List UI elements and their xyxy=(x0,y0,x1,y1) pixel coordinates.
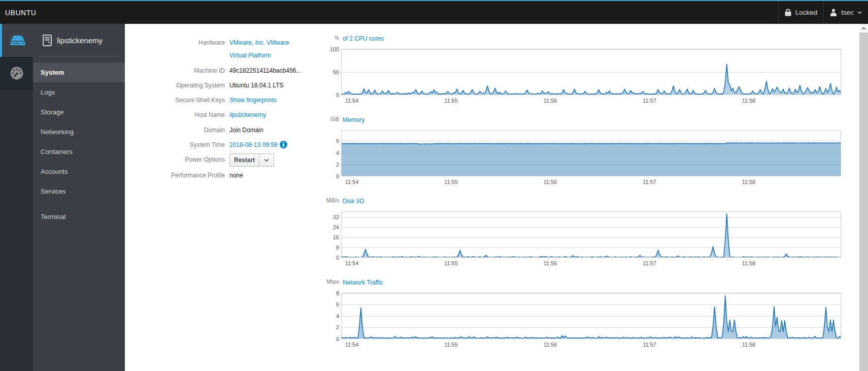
chart-plot-network-traffic xyxy=(341,293,841,339)
domain-action-link[interactable]: Join Domain xyxy=(229,127,263,134)
ytick-network-traffic-8: 8 xyxy=(321,290,339,297)
info-value-performance-profile: none xyxy=(229,169,307,182)
ytick-disk-io-24: 24 xyxy=(321,224,339,231)
power-options-split-button: Restart xyxy=(229,153,274,167)
xtick-network-traffic-1: 11:55 xyxy=(436,341,466,348)
system-time-link[interactable]: 2018-08-13 09:58 xyxy=(229,141,278,148)
chart-title-disk-io[interactable]: Disk I/O xyxy=(343,198,364,205)
sidebar-item-services[interactable]: Services xyxy=(33,181,125,201)
power-options-caret-button[interactable] xyxy=(259,153,274,167)
ytick-disk-io-32: 32 xyxy=(321,213,339,221)
machine-item-selected[interactable] xyxy=(0,24,33,57)
ytick-network-traffic-2: 2 xyxy=(321,324,339,331)
user-icon xyxy=(830,9,837,16)
xtick-memory-1: 11:55 xyxy=(436,178,466,186)
info-value-host-name: lipstickenemy xyxy=(229,109,307,121)
system-info-panel: HardwareVMware, Inc. VMware Virtual Plat… xyxy=(144,37,307,184)
host-icon xyxy=(43,35,52,46)
info-label-secure-shell-keys: Secure Shell Keys xyxy=(144,94,225,107)
locked-label: Locked xyxy=(795,9,818,16)
secure-shell-keys-link[interactable]: Show fingerprints xyxy=(229,97,277,104)
ytick-memory-4: 4 xyxy=(321,149,339,157)
user-name: tsec xyxy=(841,9,854,16)
info-row-power-options: Power OptionsRestart xyxy=(144,153,307,167)
sidebar-item-storage[interactable]: Storage xyxy=(33,102,125,122)
chart-unit-cpu: % xyxy=(323,35,339,41)
sidebar-item-system[interactable]: System xyxy=(33,63,125,82)
info-row-domain: DomainJoin Domain xyxy=(144,124,307,137)
chart-header-memory: GiBMemory xyxy=(341,116,364,127)
hardware-link[interactable]: VMware, Inc. VMware Virtual Platform xyxy=(229,39,289,59)
xtick-cpu-0: 11:54 xyxy=(337,97,367,104)
dashboard-button[interactable] xyxy=(0,57,33,89)
info-label-host-name: Host Name xyxy=(144,109,225,121)
info-icon[interactable] xyxy=(280,141,287,148)
xtick-cpu-4: 11:58 xyxy=(733,97,764,104)
info-label-power-options: Power Options xyxy=(144,153,225,167)
ytick-memory-2: 2 xyxy=(321,161,339,168)
xtick-network-traffic-4: 11:58 xyxy=(733,341,764,348)
chart-network-traffic: MbpsNetwork Traffic0246811:5411:5511:561… xyxy=(341,293,841,371)
dashboard-gauge-icon xyxy=(10,66,24,80)
sidebar-item-logs[interactable]: Logs xyxy=(33,82,125,102)
brand-title: UBUNTU xyxy=(0,9,36,17)
xtick-network-traffic-0: 11:54 xyxy=(337,341,367,348)
sidebar-menu: SystemLogsStorageNetworkingContainersAcc… xyxy=(33,57,125,227)
xtick-disk-io-3: 11:57 xyxy=(635,260,665,267)
xtick-disk-io-4: 11:58 xyxy=(733,260,764,267)
lock-indicator[interactable]: Locked xyxy=(778,1,824,24)
info-value-system-time: 2018-08-13 09:58 xyxy=(229,139,307,151)
sidebar-item-terminal[interactable]: Terminal xyxy=(33,207,125,227)
info-value-machine-id: 49c1822514114bacb456... xyxy=(229,65,307,77)
host-name-link[interactable]: lipstickenemy xyxy=(229,111,266,118)
chart-plot-disk-io xyxy=(341,211,841,258)
chart-unit-disk-io: MiB/s xyxy=(323,198,339,203)
info-row-machine-id: Machine ID49c1822514114bacb456... xyxy=(144,65,307,77)
navbar-right: Locked tsec xyxy=(778,1,868,24)
chart-title-network-traffic[interactable]: Network Traffic xyxy=(343,279,383,286)
info-label-system-time: System Time xyxy=(144,139,225,151)
info-row-secure-shell-keys: Secure Shell KeysShow fingerprints xyxy=(144,94,307,107)
sidebar: lipstickenemy SystemLogsStorageNetworkin… xyxy=(33,24,125,371)
xtick-memory-2: 11:56 xyxy=(535,178,565,186)
chart-header-network-traffic: MbpsNetwork Traffic xyxy=(341,279,383,289)
scroll-up-button[interactable] xyxy=(859,24,868,33)
ytick-disk-io-16: 16 xyxy=(321,234,339,241)
sidebar-item-networking[interactable]: Networking xyxy=(33,122,125,142)
xtick-cpu-1: 11:55 xyxy=(436,97,466,104)
chart-header-disk-io: MiB/sDisk I/O xyxy=(341,198,364,208)
chart-memory: GiBMemory024611:5411:5511:5611:5711:58 xyxy=(341,130,841,211)
sidebar-item-accounts[interactable]: Accounts xyxy=(33,162,125,181)
server-icon xyxy=(9,34,27,47)
chart-title-cpu[interactable]: of 2 CPU cores xyxy=(343,35,384,42)
info-row-operating-system: Operating SystemUbuntu 18.04.1 LTS xyxy=(144,79,307,92)
chart-title-memory[interactable]: Memory xyxy=(343,116,364,123)
info-value-domain: Join Domain xyxy=(229,124,307,137)
xtick-disk-io-1: 11:55 xyxy=(436,260,466,267)
info-label-operating-system: Operating System xyxy=(144,79,225,92)
main-content: HardwareVMware, Inc. VMware Virtual Plat… xyxy=(125,24,859,371)
info-row-performance-profile: Performance Profilenone xyxy=(144,169,307,182)
chart-cpu: %of 2 CPU cores05010011:5411:5511:5611:5… xyxy=(341,49,841,130)
vertical-scrollbar xyxy=(859,24,868,371)
xtick-memory-3: 11:57 xyxy=(635,178,665,186)
lock-icon xyxy=(785,9,791,16)
info-label-machine-id: Machine ID xyxy=(144,65,225,77)
info-label-performance-profile: Performance Profile xyxy=(144,169,225,182)
sidebar-item-containers[interactable]: Containers xyxy=(33,142,125,162)
xtick-memory-4: 11:58 xyxy=(733,178,764,186)
scrollbar-thumb[interactable] xyxy=(859,33,868,371)
xtick-network-traffic-2: 11:56 xyxy=(535,341,565,348)
chevron-down-icon xyxy=(264,159,269,162)
user-menu[interactable]: tsec xyxy=(823,1,868,24)
ytick-network-traffic-4: 4 xyxy=(321,313,339,320)
info-row-hardware: HardwareVMware, Inc. VMware Virtual Plat… xyxy=(144,37,307,63)
ytick-cpu-100: 100 xyxy=(321,46,339,53)
info-label-domain: Domain xyxy=(144,124,225,137)
xtick-disk-io-2: 11:56 xyxy=(535,260,565,267)
chevron-up-icon xyxy=(861,27,866,30)
info-label-hardware: Hardware xyxy=(144,37,225,63)
chart-disk-io: MiB/sDisk I/O0816243211:5411:5511:5611:5… xyxy=(341,211,841,293)
xtick-cpu-2: 11:56 xyxy=(535,97,565,104)
restart-button[interactable]: Restart xyxy=(229,153,259,167)
